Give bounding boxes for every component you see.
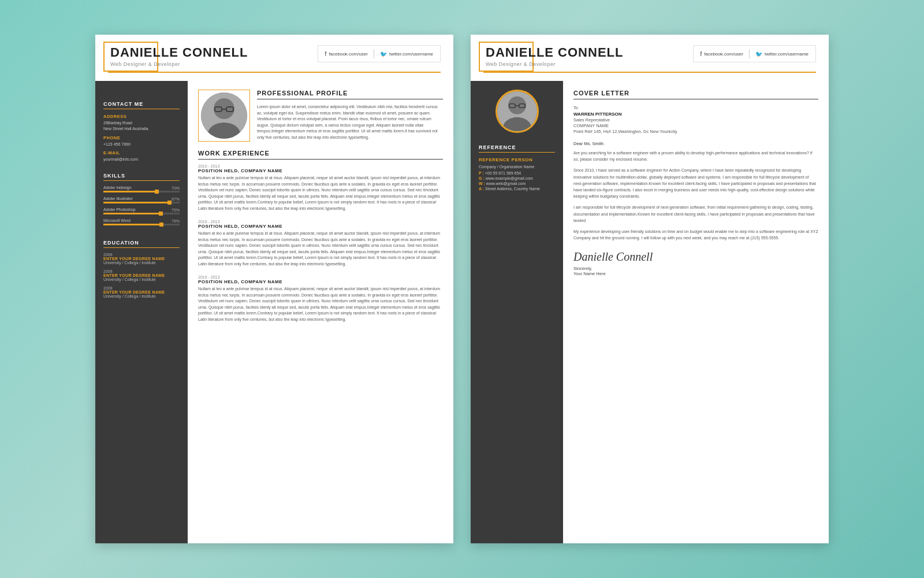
- cover-name: DANIELLE CONNELL: [483, 45, 623, 60]
- work-item: 2010 - 2013 POSITION HELD, COMPANY NAME …: [198, 275, 443, 323]
- signature-text: Danielle Connell: [573, 250, 818, 264]
- phone-value: +123 456 7890: [103, 142, 180, 147]
- email-label: E-MAIL: [103, 150, 180, 155]
- work-item: 2010 - 2013 POSITION HELD, COMPANY NAME …: [198, 220, 443, 267]
- cover-paragraph: I am responsible for full lifecycle deve…: [573, 204, 818, 224]
- work-section-title: WORK EXPERIENCE: [198, 150, 443, 160]
- cover-photo-circle: [495, 90, 539, 133]
- ref-org: Company / Organization Name: [479, 165, 555, 169]
- edu-item: 2008 ENTER YOUR DEGREE NAME University /…: [103, 253, 180, 265]
- skill-bar-fill: [103, 202, 170, 203]
- skill-bar-bg: [103, 202, 180, 203]
- social-divider: [374, 49, 374, 58]
- skill-percent: 75%: [172, 208, 180, 212]
- person-svg: [201, 92, 247, 139]
- edu-year: 2008: [103, 269, 180, 273]
- twitter-item: 🐦 twitter.com/username: [380, 51, 433, 57]
- cover-recipient-address: Point Rd# 145, Hs# 12,Washington, Dc New…: [573, 129, 818, 134]
- edu-degree: ENTER YOUR DEGREE NAME: [103, 290, 180, 294]
- cover-signature-area: Danielle Connell Sincerely, Your Name He…: [573, 250, 818, 276]
- skill-item: Microsoft Word 76%: [103, 218, 180, 225]
- skill-item: Adobe Indesign 70%: [103, 186, 180, 192]
- work-desc: Nullam at leo a ante pulvinar tempus id …: [198, 175, 443, 212]
- reference-section: REFERENCE REFERENCE PERSON Company / Org…: [471, 139, 563, 197]
- skills-title: SKILLS: [103, 173, 180, 181]
- skill-bar-bg: [103, 213, 180, 214]
- resume-name: DANIELLE CONNELL: [108, 45, 248, 60]
- cover-paragraph: Since 2010, I have served as a software …: [573, 167, 818, 199]
- skill-item: Adobe Illustrator 87%: [103, 197, 180, 203]
- work-years: 2010 - 2013: [198, 164, 443, 168]
- address-label: ADDRESS: [103, 114, 180, 119]
- skill-label: Adobe Indesign: [103, 186, 132, 190]
- skill-bar-bg: [103, 224, 180, 225]
- resume-header: DANIELLE CONNELL Web Designer & Develope…: [95, 35, 453, 81]
- edu-school: University / Collega / Institute: [103, 294, 180, 298]
- work-desc: Nullam at leo a ante pulvinar tempus id …: [198, 231, 443, 267]
- cover-person-svg: [497, 90, 537, 133]
- contact-section: CONTACT ME ADDRESS 26Barklay Road New St…: [95, 95, 188, 167]
- ref-web-value: www.web@gmail.com: [486, 181, 526, 186]
- phone-label: PHONE: [103, 135, 180, 140]
- edu-school: University / Collega / Institute: [103, 277, 180, 281]
- cover-name-area: DANIELLE CONNELL Web Designer & Develope…: [483, 45, 623, 67]
- cover-social-divider: [749, 49, 750, 58]
- cover-name-below: Your Name Here: [573, 271, 818, 276]
- profile-text-area: PROFESSIONAL PROFILE Lorem ipsum dolor s…: [257, 90, 443, 140]
- skill-bar-marker: [159, 223, 163, 227]
- work-title: POSITION HELD, COMPANY NAME: [198, 168, 443, 173]
- skill-bar-marker: [167, 201, 172, 205]
- work-item: 2010 - 2013 POSITION HELD, COMPANY NAME …: [198, 164, 443, 212]
- education-title: EDUCATION: [103, 240, 180, 248]
- cover-to-label: To: [573, 105, 818, 110]
- skill-bar-marker: [159, 212, 163, 216]
- profile-photo-box: [198, 90, 250, 142]
- ref-phone-value: +00 55 871 589 654: [485, 171, 521, 175]
- cover-header-underline: [483, 72, 816, 73]
- ref-google: G : www.example@gmail.com: [479, 176, 555, 180]
- skill-percent: 70%: [172, 186, 180, 190]
- work-years: 2010 - 2013: [198, 275, 443, 279]
- profile-section-title: PROFESSIONAL PROFILE: [257, 90, 443, 99]
- address-line2: New Street Hall Australia.: [103, 126, 180, 132]
- ref-address-value: Street Address, Country Name: [485, 187, 540, 191]
- cover-facebook-icon: f: [701, 51, 702, 57]
- resume-body: CONTACT ME ADDRESS 26Barklay Road New St…: [95, 81, 453, 543]
- skill-bar-marker: [155, 190, 159, 194]
- ref-google-label: G :: [479, 176, 485, 180]
- reference-person-title: REFERENCE PERSON: [479, 157, 555, 162]
- education-section: EDUCATION 2008 ENTER YOUR DEGREE NAME Un…: [95, 234, 188, 307]
- profile-photo: [201, 92, 247, 139]
- edu-item: 2008 ENTER YOUR DEGREE NAME University /…: [103, 286, 180, 298]
- ref-google-value: www.example@gmail.com: [486, 176, 533, 180]
- skill-percent: 76%: [172, 219, 180, 223]
- cover-main: COVER LETTER To WARREN PITTERSON Sales R…: [563, 81, 829, 543]
- cover-recipient-name: WARREN PITTERSON: [573, 112, 818, 117]
- cover-sincerely: Sincerely,: [573, 266, 818, 271]
- edu-year: 2008: [103, 286, 180, 290]
- resume-subtitle: Web Designer & Developer: [108, 61, 248, 67]
- work-desc: Nullam at leo a ante pulvinar tempus id …: [198, 286, 443, 323]
- svg-point-7: [508, 97, 526, 114]
- twitter-url: twitter.com/username: [389, 51, 433, 57]
- ref-phone-label: P :: [479, 171, 484, 175]
- cover-twitter-url: twitter.com/username: [765, 51, 808, 57]
- cover-salutation: Dear Ms. Smith:: [573, 141, 818, 146]
- resume-name-area: DANIELLE CONNELL Web Designer & Develope…: [108, 45, 248, 67]
- resume-page: DANIELLE CONNELL Web Designer & Develope…: [95, 35, 453, 543]
- cover-body: REFERENCE REFERENCE PERSON Company / Org…: [471, 81, 829, 543]
- edu-degree: ENTER YOUR DEGREE NAME: [103, 257, 180, 261]
- skill-label: Microsoft Word: [103, 218, 131, 223]
- facebook-icon: f: [325, 51, 327, 57]
- edu-degree: ENTER YOUR DEGREE NAME: [103, 273, 180, 277]
- skill-percent: 87%: [172, 197, 180, 201]
- skill-bar-fill: [103, 213, 161, 214]
- cover-header: DANIELLE CONNELL Web Designer & Develope…: [471, 35, 829, 81]
- ref-address-label: A :: [479, 187, 484, 191]
- cover-recipient-company: COMPANY NAME: [573, 123, 818, 128]
- cover-facebook-item: f facebook.com/user: [701, 51, 743, 57]
- reference-title: REFERENCE: [479, 144, 555, 153]
- header-underline: [108, 72, 441, 73]
- ref-phone: P : +00 55 871 589 654: [479, 171, 555, 175]
- ref-address: A : Street Address, Country Name: [479, 187, 555, 191]
